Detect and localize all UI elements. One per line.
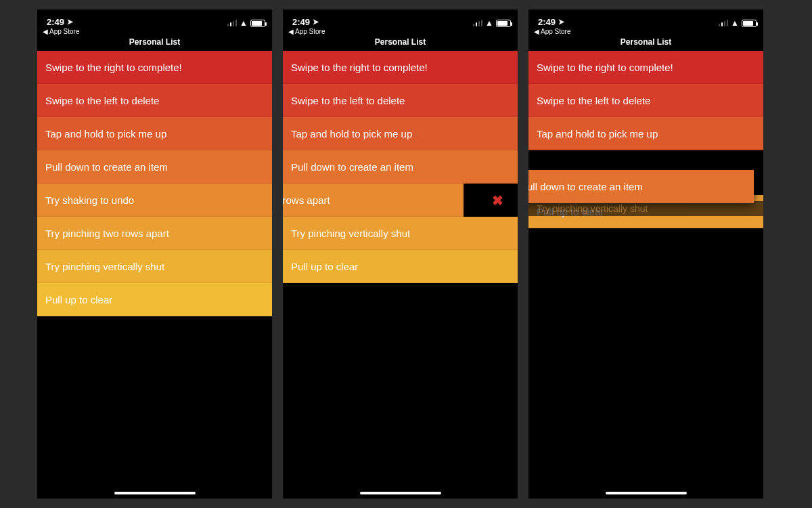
list-item[interactable]: Try shaking to undo bbox=[37, 184, 272, 217]
list-item[interactable]: Pull up to clear bbox=[37, 283, 272, 316]
list-item-dragging[interactable]: ull down to create an item bbox=[528, 170, 754, 203]
cell-signal-icon bbox=[719, 20, 729, 26]
back-to-app-store[interactable]: ◀ App Store bbox=[528, 27, 763, 35]
phone-1: 2:49 ➤ ▲ ◀ App Store Personal List Swipe… bbox=[37, 9, 272, 499]
location-arrow-icon: ➤ bbox=[313, 18, 319, 26]
status-time: 2:49 bbox=[292, 17, 310, 27]
back-label: App Store bbox=[295, 28, 325, 35]
phone-2: 2:49 ➤ ▲ ◀ App Store Personal List Swipe… bbox=[283, 9, 518, 499]
list-item[interactable]: ching two rows apart bbox=[283, 184, 464, 217]
page-title: Personal List bbox=[37, 35, 272, 51]
status-bar: 2:49 ➤ ▲ bbox=[528, 9, 763, 27]
list-item[interactable]: Try pinching vertically shut bbox=[37, 250, 272, 283]
battery-icon bbox=[496, 20, 511, 27]
list-item[interactable]: Swipe to the left to delete bbox=[37, 84, 272, 117]
list-item[interactable]: Swipe to the left to delete bbox=[283, 84, 518, 117]
back-label: App Store bbox=[541, 28, 570, 35]
wifi-icon: ▲ bbox=[240, 19, 248, 27]
home-indicator[interactable] bbox=[114, 492, 196, 494]
list-item[interactable]: Swipe to the right to complete! bbox=[528, 51, 763, 84]
close-icon: ✖ bbox=[492, 192, 503, 209]
reorder-gap bbox=[528, 150, 763, 162]
list-item[interactable]: Tap and hold to pick me up bbox=[528, 117, 763, 150]
home-indicator[interactable] bbox=[606, 492, 687, 494]
chevron-left-icon: ◀ bbox=[534, 28, 539, 35]
location-arrow-icon: ➤ bbox=[558, 18, 564, 26]
back-to-app-store[interactable]: ◀ App Store bbox=[283, 27, 518, 35]
list-item[interactable]: Pull up to clear bbox=[283, 250, 518, 283]
battery-icon bbox=[250, 20, 265, 27]
task-list[interactable]: Swipe to the right to complete! Swipe to… bbox=[283, 51, 518, 283]
phone-3: 2:49 ➤ ▲ ◀ App Store Personal List Swipe… bbox=[528, 9, 763, 499]
chevron-left-icon: ◀ bbox=[288, 28, 294, 35]
back-label: App Store bbox=[49, 28, 79, 35]
location-arrow-icon: ➤ bbox=[67, 18, 73, 26]
list-item[interactable]: Swipe to the right to complete! bbox=[283, 51, 518, 84]
swiping-row[interactable]: ching two rows apart ✖ bbox=[283, 184, 518, 217]
list-item[interactable]: Tap and hold to pick me up bbox=[283, 117, 518, 150]
task-list[interactable]: Swipe to the right to complete! Swipe to… bbox=[528, 51, 763, 430]
page-title: Personal List bbox=[528, 35, 763, 51]
status-bar: 2:49 ➤ ▲ bbox=[283, 9, 518, 27]
list-item[interactable]: Swipe to the left to delete bbox=[528, 84, 763, 117]
list-item-ghost: Try pinching vertically shut bbox=[528, 201, 763, 216]
three-phone-layout: 2:49 ➤ ▲ ◀ App Store Personal List Swipe… bbox=[0, 0, 812, 508]
list-item[interactable]: Tap and hold to pick me up bbox=[37, 117, 272, 150]
delete-button[interactable]: ✖ bbox=[477, 184, 518, 217]
wifi-icon: ▲ bbox=[731, 19, 739, 27]
battery-icon bbox=[742, 20, 757, 27]
list-item[interactable]: Try pinching two rows apart bbox=[37, 217, 272, 250]
page-title: Personal List bbox=[283, 35, 518, 51]
list-item[interactable]: Try pinching vertically shut bbox=[283, 217, 518, 250]
back-to-app-store[interactable]: ◀ App Store bbox=[37, 27, 272, 35]
chevron-left-icon: ◀ bbox=[43, 28, 48, 35]
list-item[interactable]: Swipe to the right to complete! bbox=[37, 51, 272, 84]
wifi-icon: ▲ bbox=[485, 19, 493, 27]
task-list[interactable]: Swipe to the right to complete! Swipe to… bbox=[37, 51, 272, 316]
status-time: 2:49 bbox=[47, 17, 64, 27]
home-indicator[interactable] bbox=[360, 492, 441, 494]
list-item[interactable]: Pull down to create an item bbox=[283, 150, 518, 184]
list-item[interactable]: Pull down to create an item bbox=[37, 150, 272, 184]
status-time: 2:49 bbox=[538, 17, 556, 27]
cell-signal-icon bbox=[227, 20, 238, 26]
cell-signal-icon bbox=[473, 20, 483, 26]
status-bar: 2:49 ➤ ▲ bbox=[37, 9, 272, 27]
